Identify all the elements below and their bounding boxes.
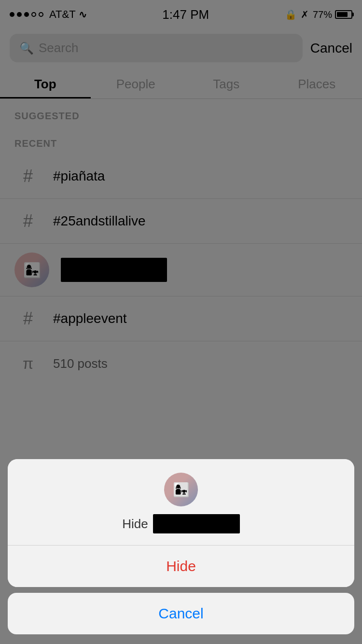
action-sheet-header: 👩‍👧 Hide (8, 459, 354, 546)
hide-button[interactable]: Hide (8, 546, 354, 587)
action-username-redacted (153, 514, 240, 533)
action-sheet-main: 👩‍👧 Hide Hide (8, 459, 354, 587)
action-title: Hide (122, 514, 239, 533)
cancel-action-button[interactable]: Cancel (8, 593, 354, 634)
hide-prefix: Hide (122, 517, 148, 532)
action-sheet: 👩‍👧 Hide Hide Cancel (0, 459, 362, 644)
action-sheet-cancel: Cancel (8, 593, 354, 634)
action-avatar: 👩‍👧 (164, 473, 198, 506)
